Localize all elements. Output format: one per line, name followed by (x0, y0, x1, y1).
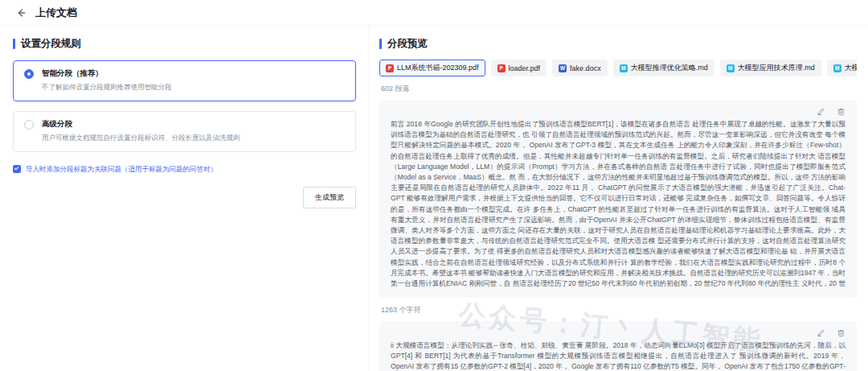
file-name: 大模型推理优化策略.md (631, 63, 708, 73)
import-title-checkbox-row[interactable]: 导入时添加分段标题为关联问题（适用于标题为问题的问答对） (13, 164, 356, 174)
segmentation-settings-panel: 设置分段规则 智能分段（推荐） 不了解如何设置分段规则推荐使用智能分段 高级分段… (0, 26, 370, 371)
option-desc: 用户可根据文档规范自行设置分段标识符、分段长度以及清洗规则 (42, 134, 240, 143)
pdf-file-icon: P (497, 64, 506, 72)
option-smart-segmentation[interactable]: 智能分段（推荐） 不了解如何设置分段规则推荐使用智能分段 (13, 60, 356, 101)
section-accent-bar (13, 39, 15, 49)
section-title-text: 分段预览 (387, 37, 428, 51)
file-name: loader.pdf (509, 64, 541, 72)
segment-preview-panel: 分段预览 P LLM系统书箱-202309.pdf P loader.pdf W… (370, 26, 868, 371)
file-tab[interactable]: M 大模型应用技术原理.md (720, 60, 821, 76)
radio-checked-icon[interactable] (24, 69, 34, 79)
checkbox-checked-icon[interactable] (13, 165, 21, 173)
segment-text: ii 大规模语言模型：从理论到实践-- 张奇、桂韬、郑锐、黄萱菁 展阶段。201… (391, 340, 845, 371)
option-texts: 智能分段（推荐） 不了解如何设置分段规则推荐使用智能分段 (42, 68, 172, 93)
option-advanced-segmentation[interactable]: 高级分段 用户可根据文档规范自行设置分段标识符、分段长度以及清洗规则 (13, 111, 356, 152)
file-name: LLM系统书箱-202309.pdf (397, 63, 479, 73)
file-tab[interactable]: P LLM系统书箱-202309.pdf (379, 60, 485, 76)
page-title: 上传文档 (35, 6, 77, 20)
radio-unchecked-icon[interactable] (24, 120, 34, 130)
button-row: 生成预览 (13, 187, 356, 208)
delete-icon[interactable] (837, 328, 845, 337)
edit-icon[interactable] (817, 107, 825, 116)
file-tab[interactable]: P loader.pdf (491, 60, 547, 76)
section-accent-bar (379, 39, 382, 49)
segment-card: ii 大规模语言模型：从理论到实践-- 张奇、桂韬、郑锐、黄萱菁 展阶段。201… (379, 321, 857, 371)
option-texts: 高级分段 用户可根据文档规范自行设置分段标识符、分段长度以及清洗规则 (42, 119, 240, 143)
segment-actions (391, 105, 845, 117)
file-tabs: P LLM系统书箱-202309.pdf P loader.pdf W fake… (379, 60, 857, 76)
upload-document-page: 上传文档 设置分段规则 智能分段（推荐） 不了解如何设置分段规则推荐使用智能分段… (0, 0, 868, 371)
back-icon[interactable] (14, 6, 27, 19)
word-file-icon: W (559, 64, 567, 72)
section-title-preview: 分段预览 (379, 37, 857, 51)
section-title-text: 设置分段规则 (21, 37, 81, 51)
checkbox-label: 导入时添加分段标题为关联问题（适用于标题为问题的问答对） (26, 164, 217, 174)
file-name: fake.docx (570, 64, 601, 72)
file-tab[interactable]: M 大模型推理优化策略.md (613, 60, 714, 76)
top-bar: 上传文档 (0, 0, 868, 26)
pdf-file-icon: P (386, 64, 394, 72)
segment-card: 前言 2018 年Google 的研究团队开创性地提出了预训练语言模型BERT[… (379, 100, 857, 298)
markdown-file-icon: M (833, 64, 841, 72)
file-tab[interactable]: M 大模型指令对齐训练原理.md (827, 60, 857, 76)
option-desc: 不了解如何设置分段规则推荐使用智能分段 (42, 83, 172, 93)
section-title-rules: 设置分段规则 (13, 37, 356, 51)
option-title: 智能分段（推荐） (42, 68, 172, 79)
edit-icon[interactable] (817, 328, 825, 337)
file-tab[interactable]: W fake.docx (552, 60, 608, 76)
markdown-file-icon: M (727, 64, 735, 72)
paragraph-count: 602 段落 (381, 84, 857, 94)
generate-preview-button[interactable]: 生成预览 (303, 187, 356, 208)
file-name: 大模型指令对齐训练原理.md (845, 63, 857, 73)
check-mark-icon (14, 166, 19, 171)
segment-text: 前言 2018 年Google 的研究团队开创性地提出了预训练语言模型BERT[… (391, 119, 845, 290)
file-name: 大模型应用技术原理.md (738, 63, 815, 73)
segment-actions (391, 326, 845, 339)
markdown-file-icon: M (620, 64, 628, 72)
delete-icon[interactable] (837, 107, 845, 116)
option-title: 高级分段 (42, 119, 240, 130)
char-count: 1263 个字符 (381, 305, 857, 315)
